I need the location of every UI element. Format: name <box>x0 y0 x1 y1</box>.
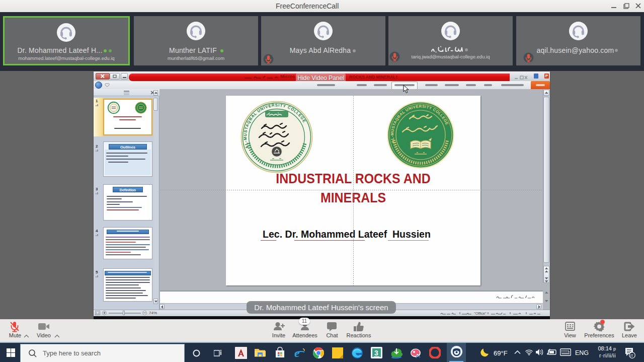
svg-text:3: 3 <box>374 349 378 357</box>
svg-text:IT: IT <box>630 354 633 357</box>
svg-text:"Office": "Office" <box>474 311 487 315</box>
svg-text:ROCKS AND MINERALS pp: ROCKS AND MINERALS pp <box>349 75 397 79</box>
